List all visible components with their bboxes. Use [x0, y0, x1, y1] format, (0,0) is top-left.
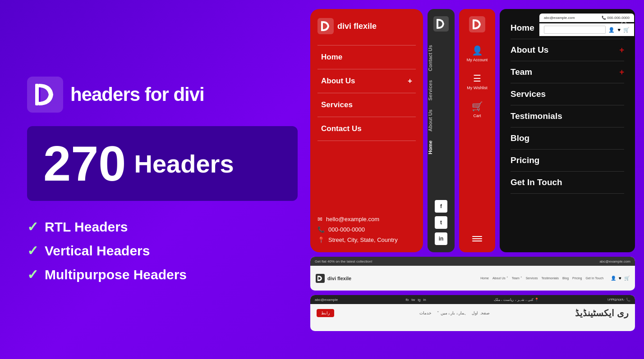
rtl-brand: ری ایکسٹینڈیڈ [575, 308, 629, 318]
ham-line-2 [472, 238, 482, 239]
brand-logo-icon [27, 77, 63, 113]
account-icon: 👤 [472, 45, 483, 56]
rtl-nav-about[interactable]: ہمارے بارے میں ˅ [437, 311, 466, 315]
dom-nav-getintouch-label: Get In Touch [511, 177, 562, 187]
search-input-mock[interactable] [544, 26, 606, 34]
bh1-logo-text: divi flexile [327, 276, 351, 281]
is-mywishlist-label: My Wishlist [467, 86, 488, 90]
bh1-main: divi flexile Home About Us ˅ Team ˅ Serv… [310, 266, 635, 291]
vs-nav-home[interactable]: Home [428, 136, 455, 159]
dom-nav-testimonials[interactable]: Testimonials [511, 105, 624, 127]
left-section: headers for divi 270 Headers ✓ RTL Heade… [27, 0, 298, 359]
bh1-user-icon[interactable]: 👤 [611, 276, 616, 281]
is-myaccount[interactable]: 👤 My Account [465, 41, 490, 66]
cart-icon-float[interactable]: 🛒 [623, 27, 630, 33]
topbar-float-panel: abc@example.com 📞 000-000-0000 [539, 14, 634, 22]
vs-facebook-icon[interactable]: f [435, 200, 447, 213]
mm-nav-aboutus[interactable]: About Us + [317, 69, 416, 93]
bh1-topbar-notice: Get flat 40% on the latest collection! [315, 259, 373, 264]
bh1-nav-team[interactable]: Team ˅ [512, 277, 522, 280]
phone-icon: 📞 [317, 226, 325, 233]
bh1-nav-getintouch[interactable]: Get In Touch [585, 277, 603, 280]
header-count-label: Headers [134, 149, 234, 178]
user-icon-float[interactable]: 👤 [608, 27, 615, 33]
bh1-topbar-email: abc@example.com [599, 259, 630, 264]
is-mywishlist[interactable]: ☰ My Wishlist [465, 69, 489, 94]
top-panels: divi flexile Home About Us + Services Co… [310, 9, 635, 252]
mm-nav-services[interactable]: Services [317, 93, 416, 117]
is-cart-label: Cart [473, 114, 481, 118]
dom-nav: Home About Us + Team + Services Testimon… [511, 17, 624, 194]
vs-linkedin-icon[interactable]: in [435, 232, 447, 245]
svg-rect-10 [317, 276, 318, 281]
is-logo-icon [469, 16, 485, 32]
bottom-header-light: Get flat 40% on the latest collection! a… [310, 257, 635, 291]
bh1-nav-blog[interactable]: Blog [562, 277, 569, 280]
bh1-cart-icon[interactable]: 🛒 [624, 276, 630, 281]
is-cart[interactable]: 🛒 Cart [470, 97, 485, 122]
dom-nav-team-label: Team [511, 67, 532, 77]
feature-rtl-label: RTL Headers [45, 219, 128, 235]
rtl-social-icons: in ig tw fb [406, 298, 426, 302]
vertical-sidebar: Contact Us Services About Us Home f t in [428, 9, 455, 252]
mm-nav-contactus[interactable]: Contact Us [317, 117, 416, 141]
topbar-float-email: abc@example.com [544, 16, 575, 20]
mm-nav: Home About Us + Services Contact Us [317, 45, 416, 209]
dom-nav-services-label: Services [511, 89, 546, 99]
dom-nav-pricing[interactable]: Pricing [511, 150, 624, 172]
svg-rect-3 [317, 18, 334, 34]
vs-nav-services[interactable]: Services [428, 76, 455, 105]
vs-logo-icon [433, 16, 449, 32]
mobile-menu-red-card: divi flexile Home About Us + Services Co… [310, 9, 423, 252]
dom-nav-team[interactable]: Team + [511, 61, 624, 83]
dom-nav-testimonials-label: Testimonials [511, 111, 562, 121]
dom-nav-blog[interactable]: Blog [511, 127, 624, 150]
rtl-facebook-icon[interactable]: fb [406, 298, 409, 302]
rtl-linkedin-icon[interactable]: in [423, 298, 426, 302]
rtl-main: ری ایکسٹینڈیڈ صفحہ اول ہمارے بارے میں ˅ … [310, 304, 635, 322]
bh1-nav-testimonials[interactable]: Testimonials [542, 277, 559, 280]
svg-rect-6 [437, 19, 438, 29]
mm-nav-aboutus-plus: + [408, 77, 412, 86]
bh1-nav-aboutus[interactable]: About Us ˅ [492, 277, 508, 280]
mm-nav-home[interactable]: Home [317, 45, 416, 69]
bh1-nav-home[interactable]: Home [480, 277, 489, 280]
rtl-nav-home[interactable]: صفحہ اول [472, 311, 490, 315]
check-icon-multipurpose: ✓ [27, 267, 38, 282]
svg-rect-1 [35, 84, 39, 105]
mm-contact-address: 📍 Street, City, State, Country [317, 236, 416, 243]
dom-nav-getintouch[interactable]: Get In Touch [511, 172, 624, 194]
svg-rect-0 [27, 77, 63, 113]
svg-rect-8 [473, 19, 474, 29]
vs-nav-aboutus[interactable]: About Us [428, 105, 455, 136]
feature-multipurpose-label: Multipurpose Headers [45, 267, 187, 282]
mm-nav-contactus-label: Contact Us [321, 124, 362, 133]
bh1-topbar: Get flat 40% on the latest collection! a… [310, 257, 635, 266]
ham-line-3 [472, 241, 482, 241]
svg-rect-2 [39, 87, 41, 102]
heart-icon-float[interactable]: ♥ [617, 27, 621, 32]
dom-nav-aboutus[interactable]: About Us + [511, 39, 624, 61]
svg-rect-5 [433, 16, 449, 32]
cart-icon: 🛒 [472, 101, 483, 112]
dom-nav-aboutus-label: About Us [511, 45, 548, 55]
dom-nav-blog-label: Blog [511, 133, 529, 143]
svg-rect-4 [321, 21, 323, 31]
bh1-logo-area: divi flexile [316, 274, 351, 283]
dark-overlay-menu: ✕ Home About Us + Team + Services Testim… [500, 9, 635, 252]
svg-rect-7 [469, 16, 485, 32]
dom-nav-services[interactable]: Services [511, 83, 624, 105]
bh1-nav-pricing[interactable]: Pricing [572, 277, 582, 280]
rtl-contact-button[interactable]: رابط [317, 309, 334, 317]
vs-nav-contactus[interactable]: Contact Us [428, 41, 455, 76]
bh1-heart-icon[interactable]: ♥ [619, 276, 621, 281]
rtl-instagram-icon[interactable]: ig [418, 298, 420, 302]
features-list: ✓ RTL Headers ✓ Vertical Headers ✓ Multi… [27, 219, 298, 282]
mm-contact: ✉ hello@example.com 📞 000-000-0000 📍 Str… [317, 216, 416, 243]
ham-line-1 [472, 236, 482, 237]
bh1-nav-services[interactable]: Services [526, 277, 538, 280]
rtl-twitter-icon[interactable]: tw [411, 298, 415, 302]
rtl-nav-services[interactable]: خدمات [419, 311, 432, 315]
is-hamburger-menu[interactable] [469, 232, 486, 245]
vs-twitter-icon[interactable]: t [435, 216, 447, 229]
